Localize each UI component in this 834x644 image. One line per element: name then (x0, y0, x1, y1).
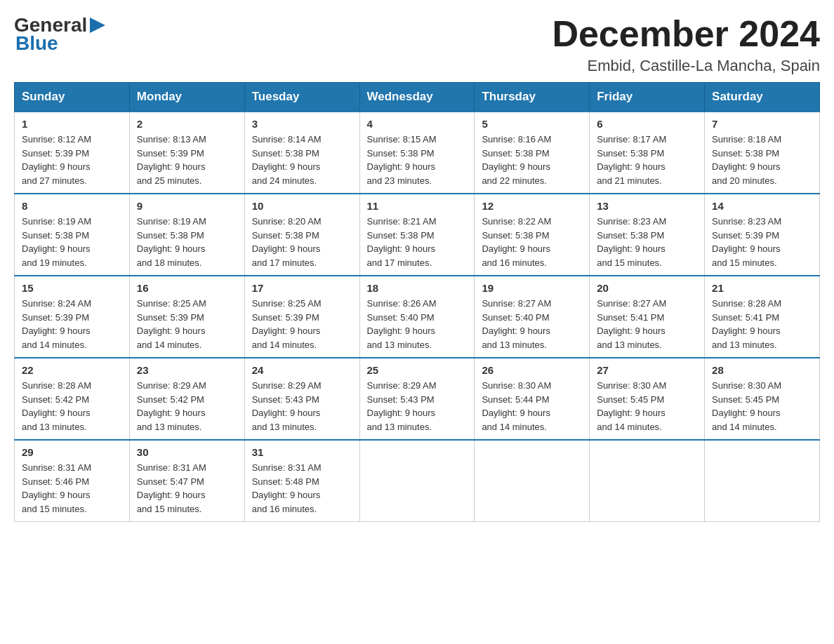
day-info: Sunrise: 8:25 AMSunset: 5:39 PMDaylight:… (137, 297, 237, 351)
svg-marker-0 (90, 18, 105, 33)
day-number: 5 (482, 118, 582, 130)
day-header-monday: Monday (129, 83, 244, 112)
calendar-table: SundayMondayTuesdayWednesdayThursdayFrid… (14, 82, 820, 522)
day-info: Sunrise: 8:22 AMSunset: 5:38 PMDaylight:… (482, 215, 582, 269)
day-number: 25 (367, 364, 468, 376)
day-number: 23 (137, 364, 237, 376)
day-cell-21: 21Sunrise: 8:28 AMSunset: 5:41 PMDayligh… (705, 276, 820, 358)
day-header-tuesday: Tuesday (244, 83, 359, 112)
day-cell-12: 12Sunrise: 8:22 AMSunset: 5:38 PMDayligh… (475, 194, 590, 276)
empty-cell (475, 440, 590, 522)
location-title: Embid, Castille-La Mancha, Spain (552, 57, 820, 75)
day-info: Sunrise: 8:18 AMSunset: 5:38 PMDaylight:… (712, 133, 812, 187)
day-number: 16 (137, 282, 237, 294)
day-header-wednesday: Wednesday (359, 83, 475, 112)
day-number: 15 (22, 282, 122, 294)
day-number: 28 (712, 364, 812, 376)
day-number: 31 (252, 446, 352, 458)
day-number: 10 (252, 200, 352, 212)
day-cell-5: 5Sunrise: 8:16 AMSunset: 5:38 PMDaylight… (475, 112, 590, 194)
day-cell-25: 25Sunrise: 8:29 AMSunset: 5:43 PMDayligh… (359, 358, 475, 440)
day-info: Sunrise: 8:30 AMSunset: 5:44 PMDaylight:… (482, 379, 582, 434)
day-info: Sunrise: 8:29 AMSunset: 5:43 PMDaylight:… (252, 379, 352, 434)
day-cell-24: 24Sunrise: 8:29 AMSunset: 5:43 PMDayligh… (244, 358, 359, 440)
day-number: 4 (367, 118, 468, 130)
day-cell-31: 31Sunrise: 8:31 AMSunset: 5:48 PMDayligh… (244, 440, 359, 522)
day-info: Sunrise: 8:31 AMSunset: 5:46 PMDaylight:… (22, 461, 122, 516)
day-cell-20: 20Sunrise: 8:27 AMSunset: 5:41 PMDayligh… (590, 276, 705, 358)
day-cell-17: 17Sunrise: 8:25 AMSunset: 5:39 PMDayligh… (244, 276, 359, 358)
day-info: Sunrise: 8:28 AMSunset: 5:42 PMDaylight:… (22, 379, 122, 434)
day-header-saturday: Saturday (705, 83, 820, 112)
empty-cell (359, 440, 475, 522)
day-info: Sunrise: 8:20 AMSunset: 5:38 PMDaylight:… (252, 215, 352, 269)
day-info: Sunrise: 8:17 AMSunset: 5:38 PMDaylight:… (597, 133, 697, 187)
day-number: 18 (367, 282, 468, 294)
day-cell-10: 10Sunrise: 8:20 AMSunset: 5:38 PMDayligh… (244, 194, 359, 276)
title-block: December 2024 Embid, Castille-La Mancha,… (552, 14, 820, 75)
day-header-sunday: Sunday (15, 83, 130, 112)
days-header-row: SundayMondayTuesdayWednesdayThursdayFrid… (15, 83, 820, 112)
day-number: 20 (597, 282, 697, 294)
day-number: 21 (712, 282, 812, 294)
day-info: Sunrise: 8:19 AMSunset: 5:38 PMDaylight:… (137, 215, 237, 269)
week-row-5: 29Sunrise: 8:31 AMSunset: 5:46 PMDayligh… (15, 440, 820, 522)
day-number: 12 (482, 200, 582, 212)
day-info: Sunrise: 8:14 AMSunset: 5:38 PMDaylight:… (252, 133, 352, 187)
empty-cell (590, 440, 705, 522)
day-number: 1 (22, 118, 122, 130)
empty-cell (705, 440, 820, 522)
day-number: 3 (252, 118, 352, 130)
page-header: General Blue December 2024 Embid, Castil… (14, 14, 820, 75)
day-info: Sunrise: 8:28 AMSunset: 5:41 PMDaylight:… (712, 297, 812, 351)
day-info: Sunrise: 8:30 AMSunset: 5:45 PMDaylight:… (597, 379, 697, 434)
day-cell-9: 9Sunrise: 8:19 AMSunset: 5:38 PMDaylight… (129, 194, 244, 276)
day-number: 29 (22, 446, 122, 458)
day-cell-19: 19Sunrise: 8:27 AMSunset: 5:40 PMDayligh… (475, 276, 590, 358)
logo-triangle-icon (90, 18, 105, 33)
day-number: 14 (712, 200, 812, 212)
logo-blue-text: Blue (15, 32, 58, 55)
day-info: Sunrise: 8:31 AMSunset: 5:47 PMDaylight:… (137, 461, 237, 516)
week-row-3: 15Sunrise: 8:24 AMSunset: 5:39 PMDayligh… (15, 276, 820, 358)
day-number: 26 (482, 364, 582, 376)
day-cell-15: 15Sunrise: 8:24 AMSunset: 5:39 PMDayligh… (15, 276, 130, 358)
day-cell-3: 3Sunrise: 8:14 AMSunset: 5:38 PMDaylight… (244, 112, 359, 194)
day-cell-7: 7Sunrise: 8:18 AMSunset: 5:38 PMDaylight… (705, 112, 820, 194)
day-number: 30 (137, 446, 237, 458)
day-number: 11 (367, 200, 468, 212)
day-header-friday: Friday (590, 83, 705, 112)
day-cell-18: 18Sunrise: 8:26 AMSunset: 5:40 PMDayligh… (359, 276, 475, 358)
day-cell-4: 4Sunrise: 8:15 AMSunset: 5:38 PMDaylight… (359, 112, 475, 194)
day-info: Sunrise: 8:25 AMSunset: 5:39 PMDaylight:… (252, 297, 352, 351)
day-number: 19 (482, 282, 582, 294)
day-cell-8: 8Sunrise: 8:19 AMSunset: 5:38 PMDaylight… (15, 194, 130, 276)
day-info: Sunrise: 8:29 AMSunset: 5:42 PMDaylight:… (137, 379, 237, 434)
day-cell-13: 13Sunrise: 8:23 AMSunset: 5:38 PMDayligh… (590, 194, 705, 276)
day-number: 17 (252, 282, 352, 294)
day-cell-27: 27Sunrise: 8:30 AMSunset: 5:45 PMDayligh… (590, 358, 705, 440)
day-cell-11: 11Sunrise: 8:21 AMSunset: 5:38 PMDayligh… (359, 194, 475, 276)
week-row-4: 22Sunrise: 8:28 AMSunset: 5:42 PMDayligh… (15, 358, 820, 440)
day-cell-23: 23Sunrise: 8:29 AMSunset: 5:42 PMDayligh… (129, 358, 244, 440)
day-cell-2: 2Sunrise: 8:13 AMSunset: 5:39 PMDaylight… (129, 112, 244, 194)
day-info: Sunrise: 8:23 AMSunset: 5:39 PMDaylight:… (712, 215, 812, 269)
day-cell-14: 14Sunrise: 8:23 AMSunset: 5:39 PMDayligh… (705, 194, 820, 276)
day-info: Sunrise: 8:16 AMSunset: 5:38 PMDaylight:… (482, 133, 582, 187)
day-info: Sunrise: 8:15 AMSunset: 5:38 PMDaylight:… (367, 133, 468, 187)
day-info: Sunrise: 8:12 AMSunset: 5:39 PMDaylight:… (22, 133, 122, 187)
day-info: Sunrise: 8:29 AMSunset: 5:43 PMDaylight:… (367, 379, 468, 434)
day-cell-28: 28Sunrise: 8:30 AMSunset: 5:45 PMDayligh… (705, 358, 820, 440)
day-info: Sunrise: 8:24 AMSunset: 5:39 PMDaylight:… (22, 297, 122, 351)
day-cell-26: 26Sunrise: 8:30 AMSunset: 5:44 PMDayligh… (475, 358, 590, 440)
day-cell-1: 1Sunrise: 8:12 AMSunset: 5:39 PMDaylight… (15, 112, 130, 194)
day-info: Sunrise: 8:13 AMSunset: 5:39 PMDaylight:… (137, 133, 237, 187)
day-cell-29: 29Sunrise: 8:31 AMSunset: 5:46 PMDayligh… (15, 440, 130, 522)
day-info: Sunrise: 8:19 AMSunset: 5:38 PMDaylight:… (22, 215, 122, 269)
day-number: 7 (712, 118, 812, 130)
day-info: Sunrise: 8:27 AMSunset: 5:41 PMDaylight:… (597, 297, 697, 351)
week-row-2: 8Sunrise: 8:19 AMSunset: 5:38 PMDaylight… (15, 194, 820, 276)
month-title: December 2024 (552, 14, 820, 54)
day-info: Sunrise: 8:23 AMSunset: 5:38 PMDaylight:… (597, 215, 697, 269)
day-info: Sunrise: 8:31 AMSunset: 5:48 PMDaylight:… (252, 461, 352, 516)
